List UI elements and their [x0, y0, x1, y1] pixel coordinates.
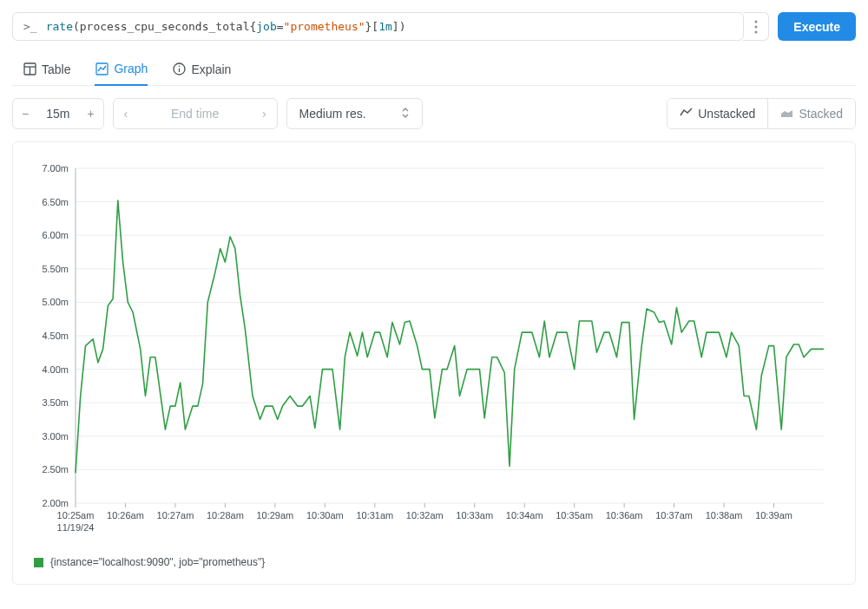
svg-text:4.00m: 4.00m [42, 364, 69, 375]
tab-label: Table [42, 62, 70, 76]
toggle-label: Unstacked [698, 107, 755, 121]
range-increase-button[interactable]: + [78, 99, 102, 128]
chevron-left-icon: ‹ [124, 107, 128, 121]
svg-text:3.00m: 3.00m [42, 431, 69, 442]
tab-label: Graph [114, 62, 148, 75]
svg-text:10:35am: 10:35am [556, 510, 593, 521]
tab-table[interactable]: Table [23, 62, 70, 85]
svg-text:3.50m: 3.50m [42, 397, 69, 408]
time-range-stepper: − 15m + [12, 98, 104, 129]
svg-text:6.50m: 6.50m [42, 197, 69, 207]
query-text: rate(process_cpu_seconds_total{job="prom… [46, 20, 406, 33]
stacked-icon [780, 107, 793, 121]
svg-text:11/19/24: 11/19/24 [57, 522, 95, 533]
resolution-value: Medium res. [299, 107, 366, 121]
svg-text:10:37am: 10:37am [655, 510, 693, 521]
legend-swatch [34, 558, 43, 567]
toggle-label: Stacked [799, 107, 843, 121]
range-value: 15m [37, 99, 78, 128]
graph-icon [95, 62, 108, 75]
legend-label: {instance="localhost:9090", job="prometh… [50, 556, 265, 568]
stacked-button[interactable]: Stacked [767, 99, 855, 128]
query-more-menu[interactable] [743, 12, 769, 41]
svg-text:10:32am: 10:32am [406, 510, 444, 521]
svg-point-9 [179, 66, 181, 68]
svg-text:4.50m: 4.50m [42, 331, 69, 341]
unstacked-button[interactable]: Unstacked [667, 99, 767, 128]
chevron-right-icon: › [262, 107, 266, 121]
svg-point-0 [754, 20, 757, 23]
tab-explain[interactable]: Explain [172, 62, 231, 85]
svg-text:10:33am: 10:33am [456, 510, 493, 521]
info-icon [172, 62, 186, 76]
end-time-placeholder: End time [171, 107, 219, 121]
svg-text:2.50m: 2.50m [42, 464, 69, 475]
view-tabs: Table Graph Explain [12, 49, 856, 86]
line-chart: 2.00m2.50m3.00m3.50m4.00m4.50m5.00m5.50m… [34, 160, 832, 541]
tab-label: Explain [191, 62, 231, 76]
select-icon [401, 107, 410, 121]
end-time-picker[interactable]: ‹ End time › [113, 98, 278, 129]
query-input[interactable]: >_ rate(process_cpu_seconds_total{job="p… [12, 12, 744, 41]
range-decrease-button[interactable]: − [13, 99, 37, 128]
svg-text:2.00m: 2.00m [42, 498, 69, 508]
execute-button[interactable]: Execute [778, 12, 856, 41]
svg-text:7.00m: 7.00m [42, 163, 69, 174]
svg-point-2 [754, 30, 757, 33]
svg-text:10:28am: 10:28am [207, 510, 244, 521]
svg-text:10:25am: 10:25am [57, 510, 95, 521]
svg-text:10:26am: 10:26am [107, 510, 144, 521]
svg-text:10:29am: 10:29am [256, 510, 293, 521]
svg-text:10:34am: 10:34am [506, 510, 543, 521]
tab-graph[interactable]: Graph [95, 62, 148, 86]
stack-toggle: Unstacked Stacked [667, 98, 856, 129]
svg-point-1 [754, 25, 757, 28]
resolution-select[interactable]: Medium res. [286, 98, 423, 129]
svg-text:10:39am: 10:39am [755, 510, 792, 521]
svg-text:6.00m: 6.00m [42, 230, 69, 240]
table-icon [23, 62, 36, 76]
svg-text:10:38am: 10:38am [706, 510, 743, 521]
legend[interactable]: {instance="localhost:9090", job="prometh… [34, 556, 834, 568]
svg-text:10:36am: 10:36am [606, 510, 643, 521]
unstacked-icon [680, 107, 693, 121]
svg-text:10:27am: 10:27am [157, 510, 194, 521]
prompt-icon: >_ [23, 20, 37, 33]
svg-text:5.00m: 5.00m [42, 297, 69, 307]
chart-panel: 2.00m2.50m3.00m3.50m4.00m4.50m5.00m5.50m… [12, 141, 856, 585]
svg-text:5.50m: 5.50m [42, 264, 69, 274]
svg-text:10:30am: 10:30am [306, 510, 344, 521]
svg-text:10:31am: 10:31am [356, 510, 393, 521]
